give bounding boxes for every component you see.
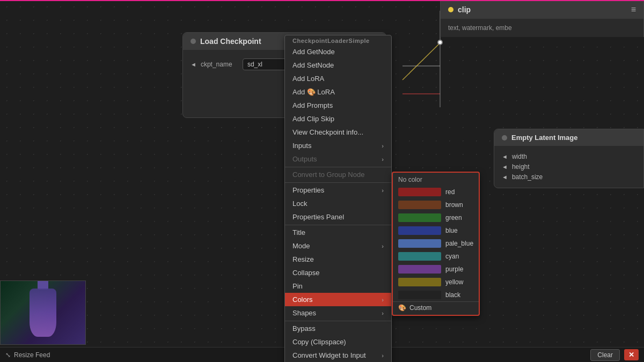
colors-submenu[interactable]: No color red brown green blue pale_blue … xyxy=(392,172,480,316)
node-input-label: ckpt_name xyxy=(201,61,238,68)
color-label-cyan: cyan xyxy=(445,253,459,260)
latent-height-row: ◄ height xyxy=(502,163,636,171)
latent-batch-arrow: ◄ xyxy=(502,174,508,180)
menu-add-getnode[interactable]: Add GetNode xyxy=(285,45,391,58)
color-swatch-blue xyxy=(398,226,441,235)
resize-icon: ⤡ xyxy=(5,351,11,359)
latent-batch-label: batch_size xyxy=(512,173,543,181)
color-red[interactable]: red xyxy=(393,186,479,198)
color-swatch-pale-blue xyxy=(398,239,441,248)
menu-add-lora-emoji[interactable]: Add 🎨 LoRA xyxy=(285,85,391,99)
color-label-yellow: yellow xyxy=(445,278,463,286)
color-swatch-red xyxy=(398,188,441,196)
inputs-chevron: › xyxy=(382,143,384,149)
menu-copy-clipspace[interactable]: Copy (Clipspace) xyxy=(285,335,391,349)
colors-chevron: › xyxy=(382,297,384,303)
connector-circle xyxy=(437,40,443,45)
canvas-area[interactable]: Load Checkpoint ◄ ckpt_name sd_xl MODEL … xyxy=(0,0,644,362)
color-swatch-brown xyxy=(398,201,441,209)
node-checkpoint-title: Load Checkpoint xyxy=(200,37,261,46)
node-input-arrow: ◄ xyxy=(191,61,196,68)
node-clip-header: clip ≡ xyxy=(441,1,643,19)
color-pale-blue[interactable]: pale_blue xyxy=(393,237,479,250)
latent-width-label: width xyxy=(512,153,527,160)
menu-view-checkpoint[interactable]: View Checkpoint info... xyxy=(285,125,391,139)
menu-properties-panel[interactable]: Properties Panel xyxy=(285,210,391,224)
color-purple[interactable]: purple xyxy=(393,263,479,276)
clip-title-text: clip xyxy=(458,5,471,14)
color-label-black: black xyxy=(445,291,460,299)
color-green[interactable]: green xyxy=(393,211,479,224)
mode-chevron: › xyxy=(382,243,384,249)
node-latent-dot xyxy=(502,135,507,141)
latent-height-arrow: ◄ xyxy=(502,164,508,170)
node-latent-header: Empty Latent Image xyxy=(494,129,643,146)
latent-width-arrow: ◄ xyxy=(502,153,508,160)
clip-body-text: text, watermark, embe xyxy=(448,24,512,32)
color-label-green: green xyxy=(445,214,462,221)
menu-add-lora[interactable]: Add LoRA xyxy=(285,72,391,85)
status-left: ⤡ Resize Feed xyxy=(5,351,50,359)
color-swatch-yellow xyxy=(398,278,441,286)
shapes-chevron: › xyxy=(382,310,384,316)
menu-bypass[interactable]: Bypass xyxy=(285,321,391,335)
menu-convert-widget[interactable]: Convert Widget to Input › xyxy=(285,349,391,362)
color-custom-icon: 🎨 xyxy=(398,304,406,312)
node-latent: Empty Latent Image ◄ width ◄ height ◄ ba… xyxy=(494,129,644,188)
color-brown[interactable]: brown xyxy=(393,198,479,211)
menu-shapes[interactable]: Shapes › xyxy=(285,306,391,320)
color-no-color[interactable]: No color xyxy=(393,174,479,186)
menu-colors[interactable]: Colors › xyxy=(285,293,391,306)
status-right: Clear ✕ xyxy=(590,349,639,361)
hamburger-icon[interactable]: ≡ xyxy=(631,5,636,14)
menu-add-prompts[interactable]: Add Prompts xyxy=(285,99,391,112)
latent-batch-row: ◄ batch_size xyxy=(502,173,636,181)
convert-widget-chevron: › xyxy=(382,352,384,359)
node-clip-title: clip xyxy=(448,5,471,14)
color-custom[interactable]: 🎨 Custom xyxy=(393,301,479,314)
node-clip: clip ≡ text, watermark, embe xyxy=(440,0,644,37)
color-swatch-cyan xyxy=(398,252,441,261)
color-swatch-black xyxy=(398,291,441,299)
color-custom-label: Custom xyxy=(409,304,431,312)
color-yellow[interactable]: yellow xyxy=(393,276,479,289)
menu-add-clip-skip[interactable]: Add Clip Skip xyxy=(285,112,391,125)
color-label-red: red xyxy=(445,188,455,196)
color-label-pale_blue: pale_blue xyxy=(445,240,473,247)
thumbnail xyxy=(0,280,86,345)
menu-resize[interactable]: Resize xyxy=(285,253,391,266)
outputs-chevron: › xyxy=(382,156,384,162)
menu-title[interactable]: Title xyxy=(285,225,391,239)
color-label-blue: blue xyxy=(445,227,458,234)
context-menu[interactable]: CheckpointLoaderSimple Add GetNode Add S… xyxy=(284,35,392,362)
clip-header-dot xyxy=(448,7,453,12)
top-border xyxy=(0,0,644,1)
color-label-brown: brown xyxy=(445,201,463,209)
color-cyan[interactable]: cyan xyxy=(393,250,479,263)
menu-pin[interactable]: Pin xyxy=(285,279,391,293)
color-blue[interactable]: blue xyxy=(393,224,479,237)
close-button[interactable]: ✕ xyxy=(624,349,639,360)
svg-line-1 xyxy=(402,43,440,80)
menu-properties[interactable]: Properties › xyxy=(285,182,391,197)
node-checkpoint-dot xyxy=(191,39,196,44)
menu-inputs[interactable]: Inputs › xyxy=(285,139,391,152)
latent-height-label: height xyxy=(512,163,530,171)
thumbnail-img xyxy=(1,281,85,344)
properties-chevron: › xyxy=(382,187,384,194)
node-clip-body: text, watermark, embe xyxy=(441,19,643,37)
clear-button[interactable]: Clear xyxy=(590,349,620,361)
menu-collapse[interactable]: Collapse xyxy=(285,266,391,279)
context-menu-title: CheckpointLoaderSimple xyxy=(285,35,391,45)
menu-mode[interactable]: Mode › xyxy=(285,239,391,253)
color-swatch-green xyxy=(398,213,441,222)
color-black[interactable]: black xyxy=(393,289,479,301)
menu-outputs[interactable]: Outputs › xyxy=(285,152,391,166)
color-swatch-purple xyxy=(398,265,441,274)
bottle-shape xyxy=(30,289,56,337)
color-label-purple: purple xyxy=(445,265,463,273)
menu-add-setnode[interactable]: Add SetNode xyxy=(285,58,391,72)
resize-feed-label[interactable]: Resize Feed xyxy=(14,351,50,359)
latent-width-row: ◄ width xyxy=(502,153,636,160)
menu-lock[interactable]: Lock xyxy=(285,197,391,210)
